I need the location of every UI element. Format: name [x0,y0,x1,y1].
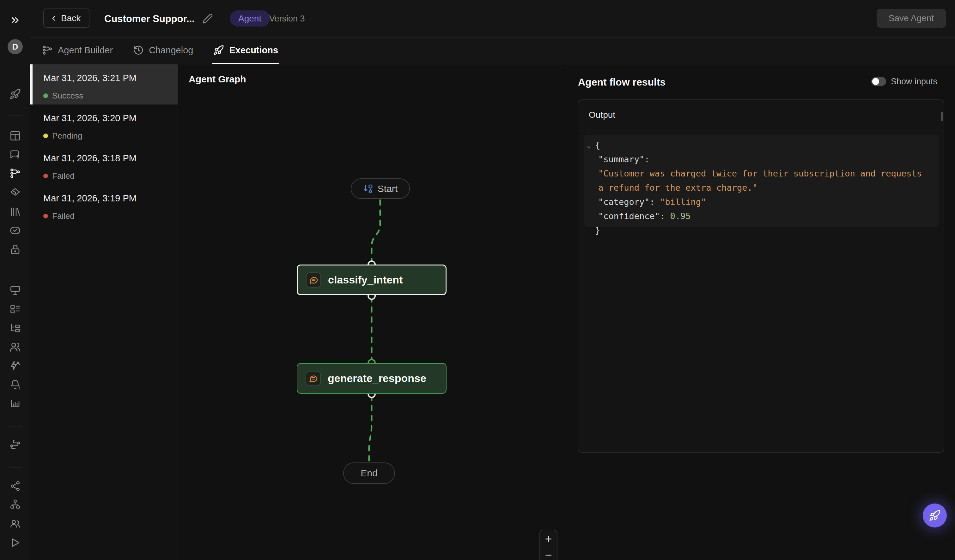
results-title: Agent flow results [578,76,665,88]
output-card: Output ⌄{ "summary": "Customer was charg… [578,100,944,453]
end-label: End [360,468,377,479]
presentation-icon[interactable] [9,284,21,296]
page-title: Customer Suppor... [104,0,195,37]
layout-list-icon[interactable] [9,303,21,315]
chat-zap-icon[interactable] [9,149,21,160]
zoom-out-button[interactable]: − [540,548,557,560]
chat-bubble-icon [305,371,321,386]
graph-edges [178,64,567,560]
status-dot-pending [43,134,48,138]
edge-start-classify [372,200,380,263]
end-node[interactable]: End [343,462,395,484]
tab-label: Changelog [149,45,193,56]
json-output-viewer[interactable]: ⌄{ "summary": "Customer was charged twic… [584,135,939,227]
back-label: Back [61,13,81,23]
results-panel: Agent flow results Show inputs Output ⌄{… [568,64,955,560]
status-label: Failed [52,211,75,221]
divider [9,115,22,116]
show-inputs-toggle[interactable] [871,77,886,86]
json-value-summary-2: a refund for the extra charge." [598,183,758,193]
lock-icon[interactable] [9,244,21,255]
json-value-confidence: 0.95 [670,211,691,221]
json-value-summary-1: "Customer was charged twice for their su… [598,168,922,178]
execution-timestamp: Mar 31, 2026, 3:19 PM [43,193,178,204]
executions-list: Mar 31, 2026, 3:21 PM Success Mar 31, 20… [30,64,178,560]
avatar[interactable]: D [8,39,23,54]
play-icon[interactable] [9,537,21,548]
json-value-category: "billing" [660,197,706,207]
collapse-caret-icon[interactable]: ⌄ [587,139,595,153]
status-label: Failed [52,171,75,181]
flow-start-icon [363,184,373,194]
agent-type-badge: Agent [230,11,270,27]
tab-executions[interactable]: Executions [212,37,279,64]
tab-bar: Agent Builder Changelog Executions [30,37,955,64]
rocket-icon [929,510,941,521]
execution-row[interactable]: Mar 31, 2026, 3:18 PM Failed [30,145,178,185]
status-label: Success [52,91,83,101]
tab-label: Agent Builder [58,45,113,56]
execution-timestamp: Mar 31, 2026, 3:20 PM [43,113,178,123]
tab-label: Executions [229,45,278,56]
execution-timestamp: Mar 31, 2026, 3:21 PM [43,73,178,83]
bar-chart-icon[interactable] [9,398,21,409]
tab-changelog[interactable]: Changelog [132,37,194,64]
people-icon[interactable] [9,518,21,529]
tag-icon[interactable] [9,187,21,198]
start-node[interactable]: Start [351,178,410,199]
workflow-icon-active[interactable] [9,168,21,179]
top-bar: Back Customer Suppor... Agent Version 3 … [30,0,955,37]
icon-sidebar: D [0,0,30,560]
edge-generate-end [369,396,372,460]
zoom-controls: + − [539,530,557,560]
org-chart-icon[interactable] [9,499,21,510]
users-icon[interactable] [9,341,21,353]
show-inputs-label: Show inputs [891,77,937,86]
json-key-summary: "summary": [598,154,650,164]
divider [9,468,22,468]
scrollbar-thumb[interactable] [941,112,942,121]
chevron-left-icon [50,14,58,22]
output-header: Output [578,100,944,130]
zoom-in-button[interactable]: + [540,530,557,548]
node-classify-intent[interactable]: classify_intent [297,265,446,295]
json-key-category: "category": [598,197,660,207]
execution-row[interactable]: Mar 31, 2026, 3:19 PM Failed [30,185,178,225]
toggle-knob [872,78,879,85]
status-dot-success [43,94,48,98]
back-button[interactable]: Back [43,9,89,28]
assistant-fab[interactable] [923,504,947,527]
agent-graph-canvas[interactable]: Agent Graph Start classify_intent genera… [178,64,567,560]
rocket-icon [213,45,224,56]
json-key-confidence: "confidence": [598,211,670,221]
badge-check-icon[interactable] [9,225,21,236]
execution-timestamp: Mar 31, 2026, 3:18 PM [43,153,178,164]
status-dot-failed [43,214,48,218]
start-label: Start [377,183,398,194]
node-label: classify_intent [328,274,402,286]
tab-agent-builder[interactable]: Agent Builder [41,37,114,64]
library-icon[interactable] [9,206,21,217]
divider [9,65,22,66]
auto-eval-icon[interactable] [9,360,21,371]
chat-bubble-icon [306,272,321,288]
save-agent-button[interactable]: Save Agent [877,9,946,28]
node-label: generate_response [328,372,426,384]
execution-row[interactable]: Mar 31, 2026, 3:20 PM Pending [30,105,178,145]
version-label: Version 3 [269,0,305,37]
execution-row[interactable]: Mar 31, 2026, 3:21 PM Success [30,64,178,105]
status-dot-failed [43,174,48,178]
bell-alert-icon[interactable] [9,379,21,390]
status-label: Pending [52,131,82,141]
share-network-icon[interactable] [9,480,21,492]
json-open-brace: { [595,140,600,150]
json-close-brace: } [595,225,600,235]
expand-sidebar-icon[interactable] [9,14,21,26]
edit-title-icon[interactable] [202,13,213,24]
tree-icon[interactable] [9,322,21,334]
node-generate-response[interactable]: generate_response [297,363,446,394]
rocket-icon[interactable] [9,88,21,100]
history-icon [133,45,144,56]
table-icon[interactable] [9,130,21,142]
route-icon[interactable] [9,439,21,451]
